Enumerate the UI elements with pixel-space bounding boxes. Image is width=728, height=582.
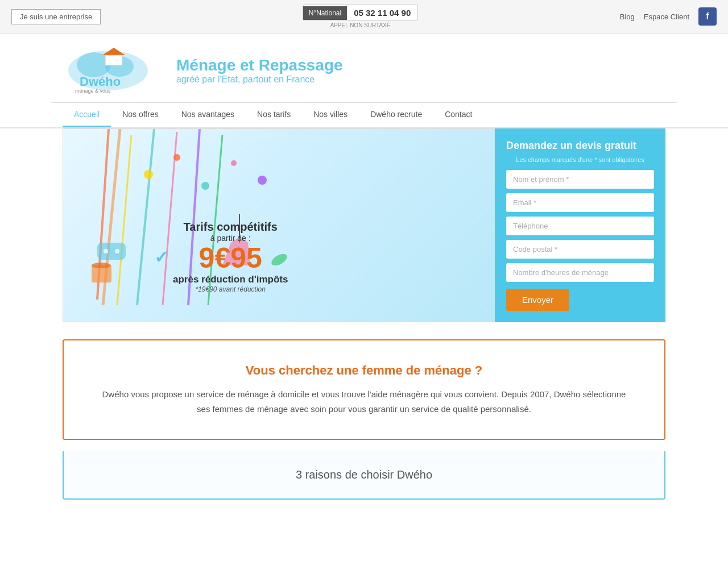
hero-section: ✓ Tarifs compétitifs à partir de : 9€95 … xyxy=(51,128,677,322)
section2-box: 3 raisons de choisir Dwého xyxy=(63,451,665,500)
svg-point-14 xyxy=(144,170,153,179)
svg-line-9 xyxy=(137,129,154,305)
postal-input[interactable] xyxy=(506,240,654,259)
tagline-main: Ménage et Repassage xyxy=(176,56,343,74)
logo-area: Dwého ménage & vous xyxy=(63,45,154,96)
phone-input[interactable] xyxy=(506,217,654,235)
nav-recrute[interactable]: Dwého recrute xyxy=(359,103,433,127)
svg-point-21 xyxy=(115,249,119,253)
hero-price: 9€95 xyxy=(173,243,288,274)
svg-rect-19 xyxy=(97,243,126,260)
svg-rect-4 xyxy=(105,55,122,65)
section1-title: Vous cherchez une femme de ménage ? xyxy=(98,363,630,378)
top-bar: Je suis une entreprise N°National 05 32 … xyxy=(0,0,728,34)
svg-point-15 xyxy=(173,154,180,161)
hero-before: *19€90 avant réduction xyxy=(173,285,288,293)
hero-pricing: ✓ Tarifs compétitifs à partir de : 9€95 … xyxy=(154,221,288,293)
phone-label: N°National xyxy=(303,6,348,20)
form-note: Les champs marqués d'une * sont obligato… xyxy=(506,156,654,163)
svg-point-20 xyxy=(104,249,108,253)
facebook-icon[interactable]: f xyxy=(698,7,717,26)
content-section: Vous cherchez une femme de ménage ? Dwéh… xyxy=(51,339,677,500)
name-input[interactable] xyxy=(506,170,654,189)
section1-text: Dwého vous propose un service de ménage … xyxy=(98,387,630,416)
top-right-links: Blog Espace Client f xyxy=(620,7,717,26)
phone-wrapper: N°National 05 32 11 04 90 APPEL NON SURT… xyxy=(303,5,419,28)
hero-after: après réduction d'impôts xyxy=(173,274,288,285)
form-panel: Demandez un devis gratuit Les champs mar… xyxy=(495,128,665,322)
hours-input[interactable] xyxy=(506,263,654,282)
form-title: Demandez un devis gratuit xyxy=(506,140,654,152)
blog-link[interactable]: Blog xyxy=(620,13,635,21)
enterprise-button[interactable]: Je suis une entreprise xyxy=(11,9,101,24)
svg-text:ménage & vous: ménage & vous xyxy=(75,88,111,94)
hero-image: ✓ Tarifs compétitifs à partir de : 9€95 … xyxy=(63,128,495,322)
section2-title: 3 raisons de choisir Dwého xyxy=(98,468,630,481)
nav-tarifs[interactable]: Nos tarifs xyxy=(246,103,302,127)
check-icon: ✓ xyxy=(154,247,168,267)
email-input[interactable] xyxy=(506,193,654,212)
phone-sub: APPEL NON SURTAXÉ xyxy=(330,22,390,28)
nav-accueil[interactable]: Accueil xyxy=(63,103,111,127)
logo-svg: Dwého ménage & vous xyxy=(63,45,154,96)
nav-villes[interactable]: Nos villes xyxy=(302,103,359,127)
submit-button[interactable]: Envoyer xyxy=(506,289,569,311)
phone-block: N°National 05 32 11 04 90 xyxy=(303,5,419,21)
hero-from: à partir de : xyxy=(173,234,288,243)
svg-point-18 xyxy=(258,176,267,185)
espace-client-link[interactable]: Espace Client xyxy=(644,13,689,21)
hero-competitive: Tarifs compétitifs xyxy=(173,221,288,234)
phone-number: 05 32 11 04 90 xyxy=(347,5,417,20)
nav-avantages[interactable]: Nos avantages xyxy=(170,103,246,127)
nav-offres[interactable]: Nos offres xyxy=(111,103,170,127)
tagline-sub: agréé par l'Etat, partout en France xyxy=(176,74,343,85)
main-nav: Accueil Nos offres Nos avantages Nos tar… xyxy=(51,102,677,127)
svg-point-16 xyxy=(201,182,209,190)
svg-text:Dwého: Dwého xyxy=(80,74,121,89)
header-tagline: Ménage et Repassage agréé par l'Etat, pa… xyxy=(176,56,343,85)
section1-box: Vous cherchez une femme de ménage ? Dwéh… xyxy=(63,339,665,440)
nav-contact[interactable]: Contact xyxy=(433,103,483,127)
svg-point-25 xyxy=(92,263,111,268)
svg-point-17 xyxy=(231,160,237,166)
site-header: Dwého ménage & vous Ménage et Repassage … xyxy=(51,34,677,102)
svg-line-8 xyxy=(117,135,131,305)
